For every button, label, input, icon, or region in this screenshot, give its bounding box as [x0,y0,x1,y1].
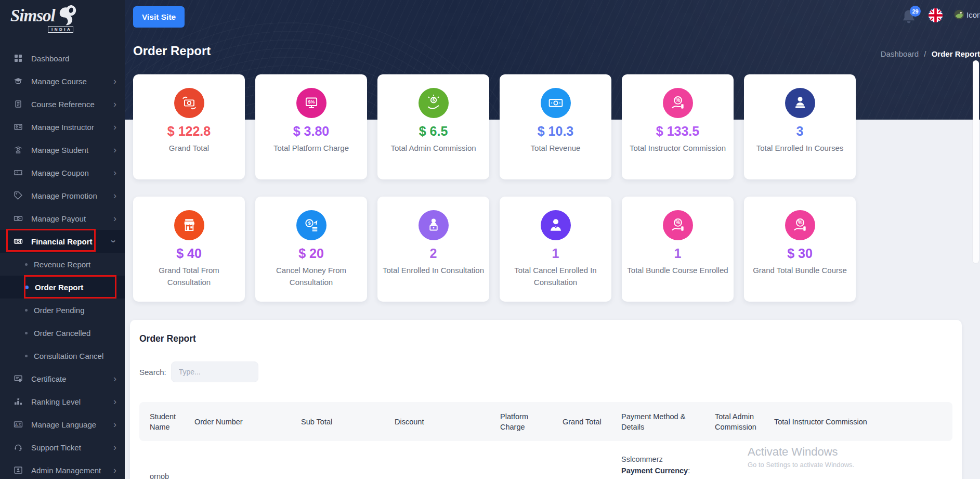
person-laptop-icon [785,88,815,118]
sidebar-item-label: Manage Promotion [31,191,97,200]
sidebar-item-manage-coupon[interactable]: Manage Coupon› [0,161,125,184]
svg-text:$: $ [432,97,435,102]
svg-text:%: % [675,97,680,103]
column-header-total-admin-commission[interactable]: Total Admin Commission [704,402,764,441]
sidebar-item-label: Manage Language [31,420,96,429]
bullet-icon [25,332,28,334]
stat-value: $ 30 [744,246,856,261]
language-icon: A [14,420,23,429]
stat-label: Grand Total Bundle Course [744,264,856,276]
stat-label: Cancel Money From Consultation [255,264,367,288]
sidebar-item-manage-instructor[interactable]: Manage Instructor› [0,115,125,138]
logo[interactable]: Simsol INDIA [10,5,114,38]
sidebar-item-certificate[interactable]: Certificate› [0,367,125,390]
order-table: Student NameOrder NumberSub TotalDiscoun… [139,402,952,479]
column-header-order-number[interactable]: Order Number [184,402,291,441]
shop-icon [174,210,204,240]
stat-label: Grand Total From Consultation [133,264,245,288]
bullet-icon [25,286,29,289]
student-icon [14,145,23,154]
table-body: ornob islam270577$ 20.00$ 0.00$ 0.40$ 20… [139,441,952,479]
table-header: Student NameOrder NumberSub TotalDiscoun… [139,402,952,441]
broken-image-icon [953,9,965,20]
table-row: ornob islam270577$ 20.00$ 0.00$ 0.40$ 20… [139,441,952,479]
stat-card-total-platform-charge: $%$ 3.80Total Platform Charge [255,74,367,179]
stat-label: Total Admin Commission [377,142,489,154]
sidebar-item-label: Financial Report [31,237,93,246]
chevron-right-icon: › [113,214,116,223]
visit-site-button[interactable]: Visit Site [133,6,185,28]
search-label: Search: [139,368,166,377]
sidebar-item-manage-payout[interactable]: Manage Payout› [0,207,125,230]
payment-method: Sslcommerz [621,454,704,465]
stat-label: Total Platform Charge [255,142,367,154]
coupon-icon [14,168,23,177]
vertical-scrollbar-thumb[interactable] [973,60,979,263]
ranking-icon [14,397,23,406]
chevron-right-icon: › [113,168,116,177]
chevron-right-icon: › [113,420,116,429]
uk-flag-icon [929,8,943,22]
stat-value: 1 [500,246,611,261]
sidebar-item-label: Manage Coupon [31,169,89,177]
course-reference-icon [14,99,23,109]
notifications-button[interactable]: 29 [899,8,920,29]
grid-icon [14,54,23,63]
sidebar-item-manage-language[interactable]: AManage Language› [0,413,125,436]
stat-value: $ 133.5 [622,124,734,139]
chevron-right-icon: › [113,145,116,154]
svg-text:%: % [675,219,680,225]
column-header-total-instructor-commission[interactable]: Total Instructor Commission [764,402,952,441]
stat-value: $ 6.5 [377,124,489,139]
sidebar-item-admin-management[interactable]: Admin Management› [0,459,125,479]
profile-button[interactable]: Icon [953,9,980,20]
sidebar-item-label: Order Cancelled [34,329,90,338]
sidebar-item-manage-promotion[interactable]: Manage Promotion› [0,184,125,207]
column-header-grand-total[interactable]: Grand Total [552,402,611,441]
sidebar-item-manage-student[interactable]: Manage Student› [0,138,125,161]
percent-hand-icon: % [785,210,815,240]
app-window: Simsol INDIA DashboardManage Course›Cour… [0,0,980,479]
sidebar-item-consultation-cancel[interactable]: Consultation Cancel [0,344,125,367]
profile-alt-text: Icon [966,10,980,19]
percent-hand-icon: % [663,210,693,240]
sidebar-item-dashboard[interactable]: Dashboard [0,47,125,70]
chevron-right-icon: › [113,465,116,475]
sidebar-item-order-report[interactable]: Order Report [0,276,125,299]
stat-card-grand-total: $ 122.8Grand Total [133,74,245,179]
stat-label: Total Enrolled In Courses [744,142,856,154]
sidebar-item-support-ticket[interactable]: Support Ticket› [0,436,125,459]
cell-sub-total: $ 20.00 [291,441,384,479]
page-title: Order Report [133,44,211,58]
sidebar-item-manage-course[interactable]: Manage Course› [0,70,125,93]
sidebar-item-order-pending[interactable]: Order Pending [0,299,125,321]
breadcrumb-separator: / [924,49,926,58]
svg-text:%: % [798,219,802,225]
column-header-student-name[interactable]: Student Name [139,402,184,441]
chevron-right-icon: › [113,99,116,109]
sidebar-item-order-cancelled[interactable]: Order Cancelled [0,321,125,344]
sidebar-item-label: Consultation Cancel [34,352,103,360]
breadcrumb-dashboard-link[interactable]: Dashboard [881,49,919,58]
stat-card-grand-total-bundle-course: %$ 30Grand Total Bundle Course [744,197,856,302]
sidebar-item-financial-report[interactable]: Financial Report› [0,230,125,253]
search-input[interactable] [171,361,258,382]
column-header-platform-charge[interactable]: Platform Charge [490,402,552,441]
stat-label: Total Bundle Course Enrolled [622,264,734,276]
stat-value: 1 [622,246,734,261]
support-icon [14,443,23,452]
cell-platform-charge: $ 0.40 [490,441,552,479]
column-header-payment-method-details[interactable]: Payment Method & Details [611,402,704,441]
instructor-card-icon [14,122,23,132]
cell-grand-total: $ 20.40 [552,441,611,479]
sidebar-item-course-reference[interactable]: Course Reference› [0,93,125,115]
language-flag-button[interactable] [929,8,943,22]
column-header-discount[interactable]: Discount [384,402,490,441]
column-header-sub-total[interactable]: Sub Total [291,402,384,441]
sidebar-item-revenue-report[interactable]: Revenue Report [0,253,125,276]
sidebar-item-ranking-level[interactable]: Ranking Level› [0,390,125,413]
brand-country: INDIA [48,26,73,33]
bullet-icon [25,263,28,266]
promotion-tag-icon [14,191,23,200]
chevron-right-icon: › [113,397,116,406]
